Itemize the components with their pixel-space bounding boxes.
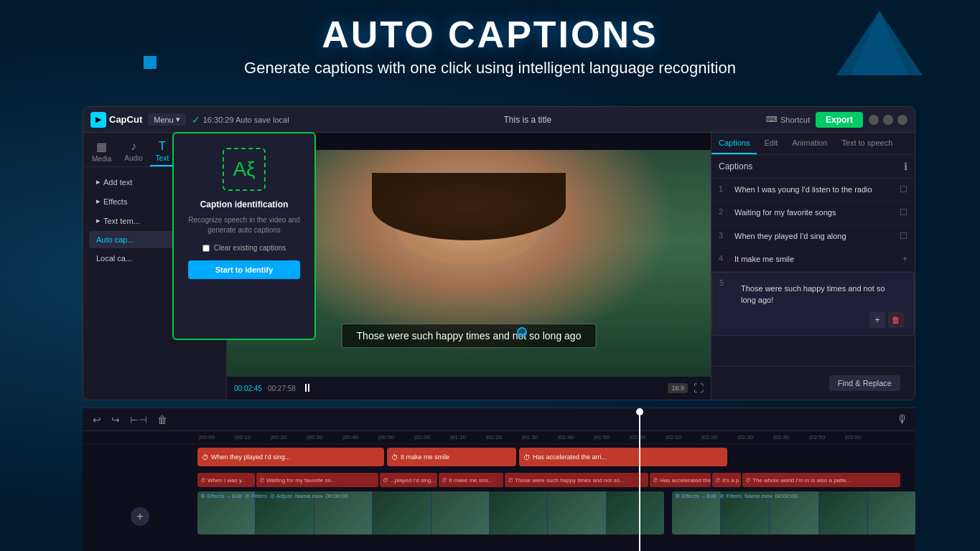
caption-item-1[interactable]: 1 When I was young I'd listen to the rad… [711,179,915,202]
clip-icon-2: ⏱ [391,453,398,461]
sub-caption-5[interactable]: ⏱ Those were such happy times and not so… [505,473,648,487]
ruler-mark-16: |02:40 [772,434,808,441]
tab-text[interactable]: T Text [150,137,174,166]
ruler-mark-2: |00:20 [269,434,305,441]
sub-caption-inner: ⏱ When I was y... ⏱ Waiting for my favor… [197,471,915,489]
caption-track-inner: ⏱ When they played I'd sing... ⏱ It make… [197,444,915,470]
caption-panel-title: Caption identification [200,199,289,209]
sub-caption-8[interactable]: ⏱ The whole world I'm in is also a patte… [742,473,900,487]
caption-clip-3[interactable]: ⏱ Has accelerated the arri... [519,448,727,466]
split-button[interactable]: ⊢⊣ [127,413,150,427]
tab-audio[interactable]: ♪ Audio [118,137,149,166]
ruler-mark-11: |01:50 [592,434,628,441]
play-button[interactable]: ⏸ [302,382,313,395]
caption-edit-area[interactable]: Those were such happy times and not so l… [735,278,907,311]
ruler-mark-15: |02:30 [736,434,772,441]
caption-text-3: When they played I'd sing along [734,231,894,242]
caption-panel: Aξ Caption identification Recognize spee… [172,132,316,340]
hero-title: AUTO CAPTIONS [0,13,980,56]
sub-caption-1[interactable]: ⏱ When I was y... [197,473,255,487]
redo-button[interactable]: ↪ [108,413,123,427]
video-caption: Those were such happy times and not so l… [342,324,597,348]
monitor-controls: 00:02:45 00:27:58 ⏸ 16:9 ⛶ [227,377,711,400]
video-cursor [517,327,527,337]
media-icon: ▦ [96,140,107,154]
video-track-meta-2: ⚙ Effects – Edit ⊘ Filters Name.mov 00:0… [675,493,913,499]
text-icon: T [159,140,166,153]
ruler-mark-10: |01:40 [556,434,592,441]
caption-clip-1[interactable]: ⏱ When they played I'd sing... [197,448,384,466]
start-identify-button[interactable]: Start to identify [188,260,300,279]
caption-text-1: When I was young I'd listen to the radio [734,184,894,195]
window-title: This is a title [295,115,760,125]
ruler-mark-6: |01:00 [413,434,449,441]
caption-clip-2[interactable]: ⏱ It make me smile [387,448,516,466]
maximize-button[interactable]: □ [883,115,893,125]
playhead-top [636,408,643,415]
undo-button[interactable]: ↩ [90,413,104,427]
find-replace-button[interactable]: Find & Replace [829,375,900,391]
ruler-mark-9: |01:30 [521,434,556,441]
playhead[interactable] [639,408,640,551]
current-time: 00:02:45 [234,385,262,392]
caption-num-5: 5 [719,278,729,329]
filename-2: Name.mov [745,493,773,499]
ruler-mark-4: |00:40 [341,434,377,441]
check-icon: ✓ [192,114,200,126]
export-button[interactable]: Export [816,112,863,128]
caption-item-3[interactable]: 3 When they played I'd sing along ☐ [711,225,915,248]
info-icon[interactable]: ℹ [904,161,907,172]
caption-edit-actions: + 🗑 [735,311,907,329]
sub-caption-6[interactable]: ⏱ Has accelerated the arr... [650,473,711,487]
ruler-marks: |00:00 |00:10 |00:20 |00:30 |00:40 |00:5… [197,434,879,441]
video-track-inner: ⚙ Effects – Edit ⊘ Filters ⊙ Adjust Name… [197,491,915,542]
ruler-mark-7: |01:10 [449,434,485,441]
sub-caption-7[interactable]: ⏱ It's a p... [712,473,741,487]
video-track-clip-2[interactable]: ⚙ Effects – Edit ⊘ Filters Name.mov 00:0… [672,491,915,534]
video-track-meta-1: ⚙ Effects – Edit ⊘ Filters ⊙ Adjust Name… [200,493,661,499]
hero-section: AUTO CAPTIONS Generate captions with one… [0,0,980,100]
ruler-mark-1: |00:10 [233,434,269,441]
aspect-ratio: 16:9 [668,383,688,393]
add-caption-btn[interactable]: + [869,312,885,328]
tab-text-to-speech[interactable]: Text to speech [834,133,900,154]
app-logo: ▶ CapCut [90,112,142,128]
find-replace-container: Find & Replace [711,366,915,400]
menu-button[interactable]: Menu ▾ [148,113,186,126]
caption-edit-wrapper: Those were such happy times and not so l… [735,278,907,329]
timeline-toolbar: ↩ ↪ ⊢⊣ 🗑 🎙 [83,408,915,431]
caption-check-3: ☐ [900,231,907,242]
tab-captions[interactable]: Captions [711,133,757,154]
caption-check-1: ☐ [900,184,907,195]
window-controls: － □ × [869,115,907,125]
sub-caption-2[interactable]: ⏱ Waiting for my favorite so... [256,473,378,487]
caption-item-5[interactable]: 5 Those were such happy times and not so… [711,272,915,336]
autosave-badge: ✓ 16:30:29 Auto save local [192,114,289,126]
close-button[interactable]: × [897,115,907,125]
tab-edit[interactable]: Edit [757,133,785,154]
duration-1: 00:00:00 [326,493,348,499]
video-track-clip-1[interactable]: ⚙ Effects – Edit ⊘ Filters ⊙ Adjust Name… [197,491,664,534]
add-track-button[interactable]: + [131,507,149,526]
right-tabs: Captions Edit Animation Text to speech [711,133,915,155]
duration-2: 00:00:00 [775,493,798,499]
logo-icon: ▶ [90,112,106,128]
sub-caption-4[interactable]: ⏱ It make me smi... [439,473,503,487]
hero-subtitle: Generate captions with one click using i… [0,59,980,77]
shortcut-button[interactable]: ⌨ Shortcut [766,115,810,124]
video-track-area: + ⚙ Effects – Edit ⊘ Filters ⊙ Adjust Na… [83,491,915,542]
caption-item-4[interactable]: 4 It make me smile + [711,248,915,271]
fullscreen-button[interactable]: ⛶ [694,382,704,394]
delete-button[interactable]: 🗑 [154,413,170,427]
ruler-mark-3: |00:30 [305,434,341,441]
tab-media[interactable]: ▦ Media [86,137,117,166]
minimize-button[interactable]: － [869,115,879,125]
caption-item-2[interactable]: 2 Waiting for my favorite songs ☐ [711,202,915,225]
caption-text-2: Waiting for my favorite songs [734,207,894,218]
tab-animation[interactable]: Animation [785,133,834,154]
sub-caption-3[interactable]: ⏱ ...played I'd sing... [380,473,437,487]
delete-caption-btn[interactable]: 🗑 [888,312,904,328]
ruler-mark-12: |02:00 [628,434,664,441]
clear-captions-checkbox[interactable] [202,245,210,252]
mic-button[interactable]: 🎙 [897,413,908,426]
